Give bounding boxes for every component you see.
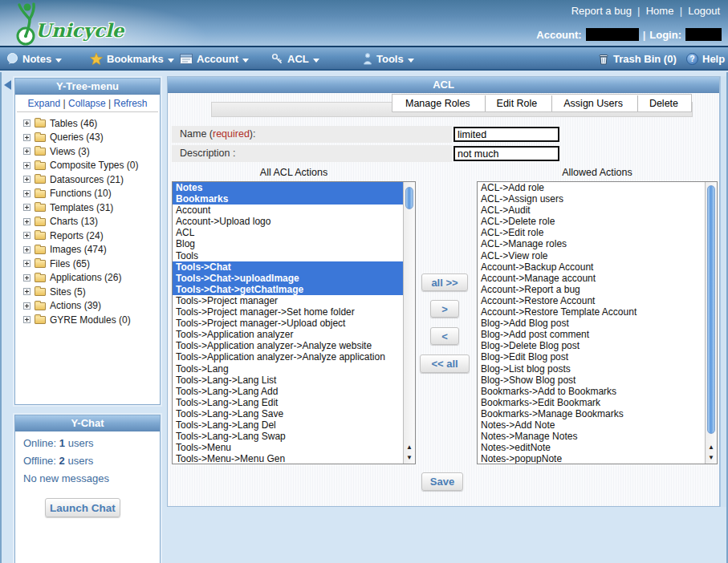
list-item[interactable]: Notes->Manage Notes	[478, 431, 705, 442]
list-item[interactable]: Blog->List blog posts	[478, 363, 705, 375]
list-item[interactable]: Tools->Chat->getChatImage	[173, 284, 403, 295]
tab-assign-users[interactable]: Assign Users	[551, 95, 634, 111]
expand-plus-icon[interactable]	[23, 176, 31, 183]
main-scroll-strip[interactable]	[720, 76, 726, 507]
tab-delete[interactable]: Delete	[637, 95, 689, 111]
tree-item[interactable]: Sites (5)	[23, 285, 160, 299]
list-item[interactable]: Notes->popupNote	[478, 453, 705, 464]
list-item[interactable]: Tools->Project manager	[173, 295, 403, 306]
list-item[interactable]: ACL->Edit role	[478, 227, 705, 238]
expand-plus-icon[interactable]	[23, 274, 31, 282]
expand-plus-icon[interactable]	[23, 162, 31, 169]
tree-item[interactable]: Queries (43)	[23, 131, 160, 145]
expand-plus-icon[interactable]	[23, 190, 31, 197]
list-item[interactable]: Account->Report a bug	[478, 284, 705, 295]
expand-plus-icon[interactable]	[23, 232, 31, 239]
description-input[interactable]	[453, 146, 559, 161]
list-item[interactable]: Tools->Lang	[173, 363, 403, 375]
list-item[interactable]: Tools->Project manager->Upload object	[173, 318, 403, 329]
save-button[interactable]: Save	[421, 472, 463, 491]
list-item[interactable]: Blog->Edit Blog post	[478, 351, 705, 363]
list-item[interactable]: Blog->Add Blog post	[478, 318, 705, 329]
list-item[interactable]: Bookmarks->Manage Bookmarks	[478, 408, 705, 419]
list-item[interactable]: Tools->Lang->Lang Edit	[173, 397, 403, 408]
name-input[interactable]	[453, 127, 559, 142]
list-item[interactable]: Account->Backup Account	[478, 261, 705, 273]
scrollbar-arrows[interactable]: ▲▼	[706, 442, 717, 463]
list-item[interactable]: Tools->Lang->Lang Del	[173, 419, 403, 431]
list-item[interactable]: Tools->Chat	[173, 261, 403, 273]
scrollbar-thumb[interactable]	[707, 185, 715, 434]
list-item[interactable]: Tools->Chat->uploadImage	[173, 273, 403, 284]
list-item[interactable]: Tools->Application analyzer->Analyze app…	[173, 351, 403, 363]
report-a-bug-link[interactable]: Report a bug	[571, 5, 646, 17]
list-item[interactable]: Notes	[173, 182, 403, 193]
nav-item-notes[interactable]: Notes	[6, 51, 62, 66]
expand-plus-icon[interactable]	[23, 316, 31, 323]
expand-plus-icon[interactable]	[23, 119, 31, 127]
expand-plus-icon[interactable]	[23, 134, 31, 141]
list-item[interactable]: ACL->Manage roles	[478, 238, 705, 249]
nav-item-account[interactable]: Account	[180, 51, 249, 66]
list-item[interactable]: Tools->Menu	[173, 442, 403, 453]
list-item[interactable]: ACL->Delete role	[478, 216, 705, 227]
list-item[interactable]: ACL->Audit	[478, 205, 705, 216]
list-item[interactable]: Tools->Project manager->Set home folder	[173, 306, 403, 318]
scrollbar-arrows[interactable]: ▲▼	[404, 442, 415, 463]
list-item[interactable]: Account	[173, 205, 403, 216]
list-item[interactable]: Blog->Show Blog post	[478, 375, 705, 386]
expand-plus-icon[interactable]	[23, 246, 31, 253]
nav-item-help[interactable]: Help	[686, 51, 725, 66]
move-right-button[interactable]: >	[430, 300, 459, 318]
expand-plus-icon[interactable]	[23, 260, 31, 267]
expand-plus-icon[interactable]	[23, 288, 31, 295]
tree-item[interactable]: Applications (26)	[23, 271, 160, 286]
allowed-actions-listbox[interactable]: ACL->Add roleACL->Assign usersACL->Audit…	[477, 181, 718, 464]
tree-item[interactable]: Reports (24)	[23, 229, 160, 243]
list-item[interactable]: Bookmarks->Edit Bookmark	[478, 397, 705, 408]
collapse-link[interactable]: Collapse	[68, 98, 114, 109]
allowed-list-scrollbar[interactable]: ▲▼	[705, 182, 717, 464]
expand-plus-icon[interactable]	[23, 204, 31, 211]
move-left-button[interactable]: <	[430, 327, 459, 345]
refresh-link[interactable]: Refresh	[113, 98, 147, 109]
list-item[interactable]: Tools->Lang->Lang Save	[173, 408, 403, 419]
list-item[interactable]: Tools->Application analyzer	[173, 329, 403, 340]
tree-item[interactable]: Actions (39)	[23, 299, 160, 314]
list-item[interactable]: Account->Upload logo	[173, 216, 403, 227]
list-item[interactable]: ACL	[173, 227, 403, 238]
scrollbar-thumb[interactable]	[405, 187, 413, 209]
list-item[interactable]: Blog->Add post comment	[478, 329, 705, 340]
nav-item-bookmarks[interactable]: Bookmarks	[90, 51, 174, 66]
tree-item[interactable]: Datasources (21)	[23, 172, 160, 187]
tab-manage-roles[interactable]: Manage Roles	[394, 95, 482, 111]
home-link[interactable]: Home	[646, 5, 689, 17]
list-item[interactable]: ACL->Add role	[478, 182, 705, 193]
expand-link[interactable]: Expand	[27, 98, 68, 109]
tree-item[interactable]: Charts (13)	[23, 215, 160, 229]
tree-item[interactable]: Views (3)	[23, 144, 160, 159]
list-item[interactable]: ACL->Assign users	[478, 193, 705, 205]
tree-item[interactable]: Templates (31)	[23, 200, 160, 215]
all-list-scrollbar[interactable]: ▲▼	[403, 182, 415, 464]
list-item[interactable]: Tools->Lang->Lang Swap	[173, 431, 403, 442]
expand-plus-icon[interactable]	[23, 302, 31, 310]
list-item[interactable]: Blog	[173, 238, 403, 249]
launch-chat-button[interactable]: Launch Chat	[45, 498, 120, 517]
list-item[interactable]: Tools->Lang->Lang Add	[173, 386, 403, 397]
nav-item-acl[interactable]: ACL	[271, 51, 319, 66]
list-item[interactable]: ACL->View role	[478, 250, 705, 261]
list-item[interactable]: Bookmarks	[173, 193, 403, 205]
tree-item[interactable]: Tables (46)	[23, 116, 160, 131]
list-item[interactable]: Tools->Lang->Lang List	[173, 375, 403, 386]
logout-link[interactable]: Logout	[688, 5, 720, 17]
list-item[interactable]: Tools->Menu->Menu Gen	[173, 453, 403, 464]
tree-item[interactable]: Functions (10)	[23, 187, 160, 201]
sidebar-collapse-arrow[interactable]	[4, 80, 11, 90]
tree-item[interactable]: GYRE Modules (0)	[23, 313, 160, 327]
expand-plus-icon[interactable]	[23, 148, 31, 155]
list-item[interactable]: Blog->Delete Blog post	[478, 340, 705, 351]
expand-plus-icon[interactable]	[23, 218, 31, 225]
tab-edit-role[interactable]: Edit Role	[485, 95, 549, 111]
move-all-left-button[interactable]: << all	[420, 354, 470, 373]
